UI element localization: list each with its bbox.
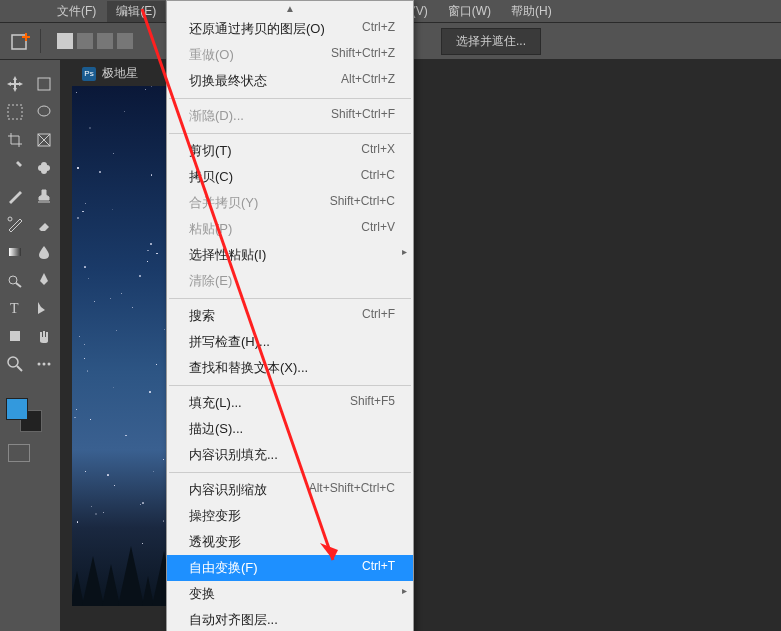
menu-item[interactable]: 查找和替换文本(X)... bbox=[167, 355, 413, 381]
ps-badge-icon: Ps bbox=[82, 67, 96, 81]
new-document-icon[interactable] bbox=[8, 29, 32, 53]
layer-box-icon bbox=[57, 33, 73, 49]
brush-tool[interactable] bbox=[2, 184, 28, 208]
menu-item-label: 粘贴(P) bbox=[189, 220, 232, 238]
menu-item-label: 搜索 bbox=[189, 307, 215, 325]
artboard-tool[interactable] bbox=[31, 72, 57, 96]
menu-item-shortcut: Shift+Ctrl+C bbox=[330, 194, 395, 212]
menu-separator bbox=[169, 472, 411, 473]
menu-item[interactable]: 透视变形 bbox=[167, 529, 413, 555]
menu-item: 清除(E) bbox=[167, 268, 413, 294]
menu-item-label: 内容识别缩放 bbox=[189, 481, 267, 499]
menu-item-label: 操控变形 bbox=[189, 507, 241, 525]
foreground-color[interactable] bbox=[6, 398, 28, 420]
svg-rect-4 bbox=[8, 105, 22, 119]
svg-point-13 bbox=[9, 276, 17, 284]
menu-item-label: 拷贝(C) bbox=[189, 168, 233, 186]
healing-tool[interactable] bbox=[31, 156, 57, 180]
zoom-tool[interactable] bbox=[2, 352, 28, 376]
menu-item[interactable]: 内容识别填充... bbox=[167, 442, 413, 468]
menu-item[interactable]: 还原通过拷贝的图层(O)Ctrl+Z bbox=[167, 16, 413, 42]
menu-item[interactable]: 切换最终状态Alt+Ctrl+Z bbox=[167, 68, 413, 94]
menu-item-label: 描边(S)... bbox=[189, 420, 243, 438]
menu-item[interactable]: 操控变形 bbox=[167, 503, 413, 529]
eraser-tool[interactable] bbox=[31, 212, 57, 236]
menu-item-label: 透视变形 bbox=[189, 533, 241, 551]
svg-point-11 bbox=[8, 217, 12, 221]
stamp-tool[interactable] bbox=[31, 184, 57, 208]
menu-item-label: 查找和替换文本(X)... bbox=[189, 359, 308, 377]
menu-item-shortcut: Ctrl+X bbox=[361, 142, 395, 160]
menu-item-label: 变换 bbox=[189, 585, 215, 603]
svg-rect-10 bbox=[38, 165, 50, 171]
menu-item-shortcut: Shift+Ctrl+F bbox=[331, 107, 395, 125]
menu-item[interactable]: 填充(L)...Shift+F5 bbox=[167, 390, 413, 416]
menu-item[interactable]: 搜索Ctrl+F bbox=[167, 303, 413, 329]
tools-panel: T bbox=[0, 60, 60, 631]
svg-text:T: T bbox=[10, 301, 19, 316]
layer-box-icon bbox=[117, 33, 133, 49]
hand-tool[interactable] bbox=[31, 324, 57, 348]
crop-tool[interactable] bbox=[2, 128, 28, 152]
dodge-tool[interactable] bbox=[2, 268, 28, 292]
menu-item[interactable]: 剪切(T)Ctrl+X bbox=[167, 138, 413, 164]
menu-item[interactable]: 变换 bbox=[167, 581, 413, 607]
menu-item[interactable]: 描边(S)... bbox=[167, 416, 413, 442]
type-tool[interactable]: T bbox=[2, 296, 28, 320]
menu-separator bbox=[169, 385, 411, 386]
menu-item-label: 重做(O) bbox=[189, 46, 234, 64]
menu-help[interactable]: 帮助(H) bbox=[502, 1, 561, 22]
history-tool[interactable] bbox=[2, 212, 28, 236]
menu-item-label: 合并拷贝(Y) bbox=[189, 194, 258, 212]
menu-item[interactable]: 自动对齐图层... bbox=[167, 607, 413, 631]
menu-separator bbox=[169, 133, 411, 134]
menu-separator bbox=[169, 298, 411, 299]
shape-tool[interactable] bbox=[2, 324, 28, 348]
svg-line-14 bbox=[16, 283, 21, 287]
menu-window[interactable]: 窗口(W) bbox=[439, 1, 500, 22]
select-and-mask-button[interactable]: 选择并遮住... bbox=[441, 28, 541, 55]
path-tool[interactable] bbox=[31, 296, 57, 320]
menu-item: 合并拷贝(Y)Shift+Ctrl+C bbox=[167, 190, 413, 216]
menu-item-shortcut: Shift+F5 bbox=[350, 394, 395, 412]
menu-item-label: 内容识别填充... bbox=[189, 446, 278, 464]
menu-edit[interactable]: 编辑(E) bbox=[107, 1, 165, 22]
color-swatches[interactable] bbox=[0, 394, 60, 434]
frame-tool[interactable] bbox=[31, 128, 57, 152]
menu-scroll-up[interactable]: ▲ bbox=[167, 1, 413, 16]
move-tool[interactable] bbox=[2, 72, 28, 96]
menu-file[interactable]: 文件(F) bbox=[48, 1, 105, 22]
marquee-tool[interactable] bbox=[2, 100, 28, 124]
menu-item[interactable]: 内容识别缩放Alt+Shift+Ctrl+C bbox=[167, 477, 413, 503]
menu-item[interactable]: 拷贝(C)Ctrl+C bbox=[167, 164, 413, 190]
menu-item-shortcut: Alt+Shift+Ctrl+C bbox=[309, 481, 395, 499]
quickmask-toggle[interactable] bbox=[0, 440, 60, 466]
lasso-tool[interactable] bbox=[31, 100, 57, 124]
menu-item-label: 剪切(T) bbox=[189, 142, 232, 160]
menu-item-shortcut: Ctrl+C bbox=[361, 168, 395, 186]
gradient-tool[interactable] bbox=[2, 240, 28, 264]
menu-item: 渐隐(D)...Shift+Ctrl+F bbox=[167, 103, 413, 129]
svg-point-20 bbox=[43, 363, 46, 366]
menu-item[interactable]: 拼写检查(H)... bbox=[167, 329, 413, 355]
menu-item: 重做(O)Shift+Ctrl+Z bbox=[167, 42, 413, 68]
edit-toolbar[interactable] bbox=[31, 352, 57, 376]
menu-item-shortcut: Ctrl+T bbox=[362, 559, 395, 577]
layer-box-icon bbox=[97, 33, 113, 49]
eyedropper-tool[interactable] bbox=[2, 156, 28, 180]
menu-item-label: 自动对齐图层... bbox=[189, 611, 278, 629]
menu-item: 粘贴(P)Ctrl+V bbox=[167, 216, 413, 242]
menu-item-shortcut: Ctrl+F bbox=[362, 307, 395, 325]
blur-tool[interactable] bbox=[31, 240, 57, 264]
menu-item-shortcut: Alt+Ctrl+Z bbox=[341, 72, 395, 90]
menu-item-label: 自由变换(F) bbox=[189, 559, 258, 577]
menu-item-label: 选择性粘贴(I) bbox=[189, 246, 266, 264]
menu-item[interactable]: 选择性粘贴(I) bbox=[167, 242, 413, 268]
layer-selection-icons[interactable] bbox=[57, 33, 133, 49]
pen-tool[interactable] bbox=[31, 268, 57, 292]
menu-item[interactable]: 自由变换(F)Ctrl+T bbox=[167, 555, 413, 581]
menu-item-shortcut: Shift+Ctrl+Z bbox=[331, 46, 395, 64]
document-tab[interactable]: Ps 极地星 bbox=[72, 62, 148, 85]
svg-point-5 bbox=[38, 106, 50, 116]
quickmask-icon bbox=[8, 444, 30, 462]
